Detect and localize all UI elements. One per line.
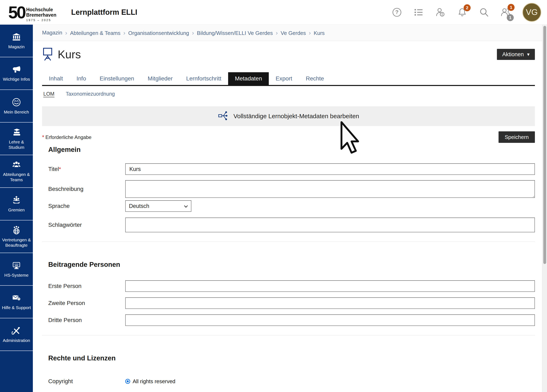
tab-info[interactable]: Info (70, 72, 93, 85)
monitor-icon (12, 261, 21, 271)
main-sidebar: Magazin Wichtige Infos Mein Bereich (0, 25, 33, 392)
erste-person-input[interactable] (125, 280, 535, 292)
page-scrollbar[interactable] (542, 25, 547, 392)
sprache-label: Sprache (42, 203, 125, 209)
schlagwoerter-label: Schlagwörter (42, 222, 125, 228)
main-area: Magazin Abteilungen & Teams Organisation… (33, 25, 542, 392)
contacts-badge-total: 1 (507, 14, 514, 21)
subtab-lom[interactable]: LOM (43, 91, 55, 97)
sidebar-item-administration[interactable]: Administration (0, 318, 33, 351)
subtab-taxonomiezuordnung[interactable]: Taxonomiezuordnung (66, 91, 115, 97)
sidebar-item-mein-bereich[interactable]: Mein Bereich (0, 90, 33, 122)
people-group-icon (12, 160, 21, 170)
section-divider (42, 335, 535, 335)
dritte-person-input[interactable] (125, 314, 535, 326)
logo-50: 50 (8, 2, 25, 22)
sidebar-item-label: Lehre & Studium (0, 139, 33, 150)
form-row-erste-person: Erste Person (42, 280, 535, 292)
erste-person-label: Erste Person (42, 283, 125, 289)
breadcrumb-item[interactable]: Organisationsentwicklung (123, 29, 189, 36)
breadcrumb-item[interactable]: Ve Gerdes (276, 29, 306, 36)
flyout-list-icon[interactable] (414, 7, 424, 17)
contacts-icon[interactable]: 1 1 (501, 7, 511, 17)
required-note: *Erforderliche Angabe (42, 134, 91, 140)
search-icon[interactable] (479, 7, 489, 17)
tab-inhalt[interactable]: Inhalt (42, 72, 70, 85)
tab-lernfortschritt[interactable]: Lernfortschritt (179, 72, 228, 85)
svg-text:?: ? (18, 297, 20, 300)
tab-export[interactable]: Export (269, 72, 299, 85)
university-logo[interactable]: 50 Hochschule Bremerhaven 1975 – 2025 (8, 2, 56, 22)
zweite-person-input[interactable] (125, 297, 535, 309)
tab-rechte[interactable]: Rechte (299, 72, 331, 85)
form-row-zweite-person: Zweite Person (42, 297, 535, 309)
section-heading-rechte: Rechte und Lizenzen (42, 354, 535, 362)
copyright-label: Copyright (42, 378, 125, 385)
logo-line1: Hochschule (26, 7, 56, 12)
beschreibung-textarea[interactable] (125, 180, 535, 198)
sidebar-item-vertretungen[interactable]: Vertretungen & Beauftragte (0, 220, 33, 253)
breadcrumb-item[interactable]: Abteilungen & Teams (65, 29, 120, 36)
chevron-down-icon (184, 204, 188, 208)
notifications-bell-icon[interactable]: 2 (457, 7, 467, 17)
form-row-sprache: Sprache Deutsch (42, 200, 535, 212)
sidebar-item-wichtige-infos[interactable]: Wichtige Infos (0, 57, 33, 90)
contacts-badge-new: 1 (508, 4, 514, 11)
top-header: 50 Hochschule Bremerhaven 1975 – 2025 Le… (0, 0, 547, 25)
avatar[interactable]: VG (522, 3, 541, 22)
user-status-icon[interactable] (435, 7, 445, 17)
sprache-select[interactable]: Deutsch (125, 200, 191, 212)
sidebar-item-label: Magazin (7, 44, 25, 49)
edit-full-metadata-banner[interactable]: Vollständige Lernobjekt-Metadaten bearbe… (42, 106, 535, 126)
breadcrumb-bar: Magazin Abteilungen & Teams Organisation… (33, 25, 542, 41)
header-toolbar: ? (392, 3, 541, 22)
metadata-hub-icon (218, 111, 228, 122)
actions-button[interactable]: Aktionen (497, 49, 535, 60)
bank-icon (12, 32, 21, 42)
notifications-badge: 2 (464, 4, 471, 11)
breadcrumb-item[interactable]: Bildung/Wissen/ELLI Ve Gerdes (192, 29, 273, 36)
sidebar-item-label: Mein Bereich (3, 109, 30, 115)
sidebar-item-hs-systeme[interactable]: HS-Systeme (0, 253, 33, 286)
help-icon[interactable]: ? (392, 7, 402, 17)
tab-metadaten[interactable]: Metadaten (228, 72, 269, 85)
logo-years: 1975 – 2025 (26, 19, 56, 22)
sidebar-item-gremien[interactable]: Gremien (0, 188, 33, 220)
tab-einstellungen[interactable]: Einstellungen (93, 72, 141, 85)
save-button[interactable]: Speichern (499, 131, 535, 143)
content: Kurs Aktionen Inhalt Info Einstellungen … (33, 47, 542, 385)
form-row-beschreibung: Beschreibung (42, 180, 535, 198)
logo-line2: Bremerhaven (26, 12, 56, 18)
sidebar-item-label: Hilfe & Support (1, 305, 32, 310)
app-title: Lernplattform ELLI (71, 8, 137, 17)
tab-mitglieder[interactable]: Mitglieder (141, 72, 179, 85)
breadcrumb-item[interactable]: Magazin (42, 30, 62, 36)
subtab-bar: LOM Taxonomiezuordnung (42, 86, 535, 98)
required-star: * (59, 166, 61, 172)
sidebar-item-label: Gremien (7, 207, 26, 213)
books-icon (12, 128, 21, 138)
beschreibung-label: Beschreibung (42, 186, 125, 192)
committee-icon (12, 195, 21, 206)
page: 50 Hochschule Bremerhaven 1975 – 2025 Le… (0, 0, 547, 392)
save-row: *Erforderliche Angabe Speichern (42, 131, 535, 143)
sidebar-item-abteilungen-teams[interactable]: Abteilungen & Teams (0, 155, 33, 188)
sidebar-item-label: Wichtige Infos (2, 77, 31, 82)
scrollbar-thumb[interactable] (543, 26, 546, 264)
sidebar-item-label: Vertretungen & Beauftragte (0, 237, 33, 248)
sidebar-item-hilfe-support[interactable]: ? Hilfe & Support (0, 286, 33, 318)
tools-icon (12, 326, 21, 336)
course-easel-icon (42, 47, 53, 61)
sprache-selected-value: Deutsch (129, 203, 149, 209)
sidebar-item-label: HS-Systeme (3, 273, 29, 278)
sidebar-item-magazin[interactable]: Magazin (0, 25, 33, 57)
schlagwoerter-input[interactable] (125, 217, 535, 232)
sidebar-item-lehre-studium[interactable]: Lehre & Studium (0, 122, 33, 155)
titel-input[interactable] (125, 163, 535, 175)
form-row-dritte-person: Dritte Person (42, 314, 535, 326)
form-row-copyright: Copyright All rights reserved (42, 378, 535, 385)
copyright-radio[interactable] (125, 379, 130, 384)
breadcrumb-item-current[interactable]: Kurs (309, 29, 325, 36)
megaphone-icon (12, 65, 21, 75)
copyright-radio-label: All rights reserved (133, 378, 175, 385)
